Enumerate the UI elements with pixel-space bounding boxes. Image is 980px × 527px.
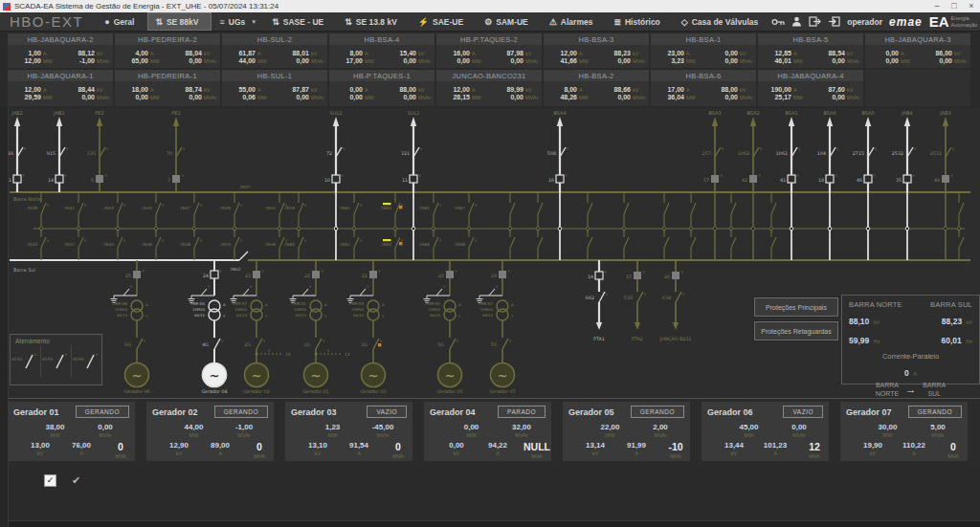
protecoes-principais-button[interactable]: Proteções Principais [754, 297, 838, 317]
disconnector[interactable] [959, 203, 964, 214]
breaker[interactable] [369, 271, 377, 278]
station-tile[interactable]: HB-SUL-2 61,87 A 88,01 kV 44,00 MW 0,00 … [222, 33, 327, 68]
transformer[interactable] [131, 309, 143, 320]
breaker[interactable] [672, 272, 679, 279]
generator-panel[interactable]: Gerador 01 GERANDO 38,00 MW 0,00 MVAr [8, 402, 135, 461]
disconnector[interactable] [469, 237, 474, 248]
disconnector[interactable] [78, 203, 83, 214]
breaker[interactable] [253, 271, 260, 278]
disconnector[interactable] [510, 203, 515, 214]
breaker[interactable] [864, 175, 872, 183]
disconnector[interactable] [538, 237, 543, 248]
generator-status-badge[interactable]: GERANDO [76, 406, 129, 418]
disconnector[interactable] [599, 292, 605, 302]
disconnector[interactable] [302, 289, 308, 296]
breaker[interactable] [133, 271, 141, 278]
breaker[interactable] [942, 175, 949, 183]
disconnector[interactable] [354, 203, 359, 214]
disconnector[interactable] [41, 237, 46, 248]
key-icon[interactable] [771, 17, 785, 27]
ground-switch[interactable]: 4592 Y [11, 345, 41, 378]
disconnector[interactable] [731, 203, 736, 214]
station-tile[interactable]: HB-BSA-4 8,00 A 15,40 kV 17,00 MW 0,00 M… [329, 33, 434, 68]
disconnector[interactable] [118, 203, 122, 214]
station-tile[interactable]: HB-JABAQUARA-4 190,00 A 87,60 kV 25,17 M… [758, 70, 863, 106]
disconnector[interactable] [624, 203, 629, 214]
station-tile[interactable]: HB-BSA-5 12,85 A 88,54 kV 46,01 MW 0,00 … [758, 33, 863, 68]
footer-checkbox[interactable]: ✓ [44, 474, 56, 487]
generator-status-badge[interactable]: GERANDO [631, 406, 684, 418]
disconnector[interactable] [691, 203, 696, 214]
generator-status-badge[interactable]: GERANDO [908, 406, 962, 418]
disconnector[interactable] [450, 339, 456, 349]
breaker[interactable] [556, 175, 564, 183]
login-icon[interactable] [809, 16, 821, 27]
user-icon[interactable] [791, 16, 802, 27]
disconnector[interactable] [214, 339, 220, 349]
toolbar-button[interactable]: ⇅ SASE - UE [264, 12, 337, 31]
breaker[interactable] [56, 175, 63, 183]
disconnector[interactable] [637, 292, 643, 302]
breaker[interactable] [711, 175, 719, 183]
ground-switch[interactable]: 4593 Y [41, 345, 72, 378]
disconnector[interactable] [156, 237, 161, 248]
disconnector[interactable] [201, 289, 207, 296]
station-tile[interactable]: HB-JABAQUARA-3 0,00 A 86,00 kV 0,00 MW 0… [865, 33, 970, 68]
disconnector[interactable] [715, 147, 721, 157]
disconnector[interactable] [624, 237, 629, 248]
station-tile[interactable]: HB-PEDREIRA-1 18,00 A 88,74 kV 0,00 MW 0… [115, 70, 220, 106]
breaker[interactable] [903, 175, 911, 183]
disconnector[interactable] [664, 237, 669, 248]
generator-status-badge[interactable]: GERANDO [214, 406, 268, 418]
disconnector[interactable] [771, 203, 776, 214]
toolbar-button[interactable]: ≣ Histórico [606, 12, 673, 31]
station-tile[interactable]: HB-BSA-3 12,00 A 88,23 kV 41,66 MW 0,00 … [544, 33, 649, 68]
disconnector[interactable] [676, 292, 681, 302]
breaker[interactable] [332, 175, 340, 183]
toolbar-button[interactable]: ⇅ SE 88kV [147, 12, 212, 31]
station-tile[interactable]: HB-BSA-1 23,00 A 0,00 kV 3,23 MW 0,00 MV… [651, 33, 756, 68]
breaker[interactable] [499, 271, 506, 278]
close-button[interactable]: × [963, 0, 980, 12]
station-tile[interactable]: HB-BSA-2 8,00 A 88,66 kV 48,26 MW 0,00 M… [544, 70, 649, 106]
logout-icon[interactable] [828, 16, 840, 27]
toolbar-button[interactable]: ⚡ SAE-UE [411, 12, 477, 31]
disconnector[interactable] [588, 237, 592, 248]
disconnector[interactable] [256, 339, 262, 349]
disconnector[interactable] [434, 203, 438, 214]
breaker[interactable] [634, 272, 641, 279]
ground-switch-blade[interactable] [56, 355, 63, 368]
breaker[interactable] [826, 175, 834, 183]
station-tile[interactable]: HB-JABAQUARA-2 1,00 A 88,12 kV 12,00 MW … [8, 33, 113, 68]
generator-panel[interactable]: Gerador 06 VAZIO 45,00 MW 0,00 MVAr [702, 402, 829, 461]
check-icon[interactable]: ✔ [72, 474, 80, 487]
breaker[interactable] [788, 175, 795, 183]
breaker[interactable] [172, 175, 180, 183]
generator-status-badge[interactable]: PARADO [498, 406, 546, 418]
disconnector[interactable] [100, 147, 105, 157]
toolbar-button[interactable]: ⇅ SE 13.8 kV [337, 12, 411, 31]
generator-status-badge[interactable]: VAZIO [783, 406, 823, 418]
station-tile[interactable]: JUNCAO-BANCO231 12,00 A 89,99 kV 28,15 M… [436, 70, 542, 106]
disconnector[interactable] [156, 203, 161, 214]
disconnector[interactable] [234, 203, 239, 214]
transformer[interactable] [497, 309, 508, 320]
disconnector[interactable] [502, 339, 508, 349]
disconnector[interactable] [316, 339, 322, 349]
disconnector[interactable] [123, 289, 129, 296]
disconnector[interactable] [489, 289, 495, 296]
transformer[interactable] [444, 309, 456, 320]
disconnector[interactable] [176, 147, 182, 157]
breaker[interactable] [13, 175, 21, 183]
toolbar-button[interactable]: ⚠ Alarmes [542, 12, 607, 31]
station-tile[interactable]: HB-BSA-6 17,00 A 88,00 kV 36,04 MW 0,00 … [651, 70, 756, 106]
station-tile[interactable]: HB-PEDREIRA-2 4,00 A 88,04 kV 65,00 MW 0… [115, 33, 220, 68]
transformer[interactable] [368, 309, 379, 320]
generator-panel[interactable]: Gerador 02 GERANDO 44,00 MW -1,00 MVAr [146, 402, 274, 461]
disconnector[interactable] [753, 147, 759, 157]
disconnector[interactable] [194, 203, 199, 214]
disconnector[interactable] [731, 237, 736, 248]
disconnector[interactable] [118, 237, 122, 248]
station-tile[interactable]: HB-SUL-1 55,00 A 87,87 kV 0,06 MW 0,00 M… [222, 70, 327, 106]
disconnector[interactable] [354, 237, 359, 248]
